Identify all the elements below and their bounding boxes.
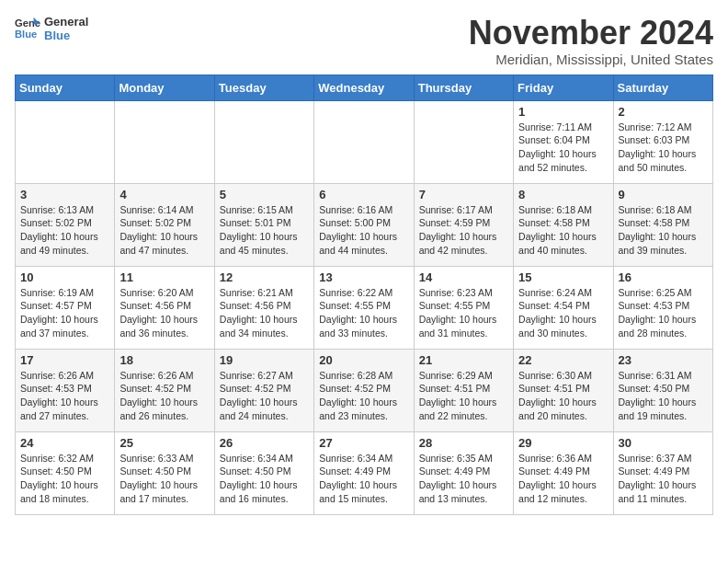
calendar-week-row: 3Sunrise: 6:13 AM Sunset: 5:02 PM Daylig…	[16, 183, 713, 266]
day-number: 21	[419, 353, 508, 367]
day-number: 25	[119, 436, 209, 450]
calendar-header-row: SundayMondayTuesdayWednesdayThursdayFrid…	[16, 75, 713, 100]
calendar-cell: 28Sunrise: 6:35 AM Sunset: 4:49 PM Dayli…	[414, 431, 513, 514]
calendar-header-tuesday: Tuesday	[214, 75, 313, 100]
day-number: 23	[619, 353, 708, 367]
day-info: Sunrise: 6:35 AM Sunset: 4:49 PM Dayligh…	[419, 452, 508, 506]
logo: General Blue General Blue	[15, 15, 88, 42]
day-info: Sunrise: 6:17 AM Sunset: 4:59 PM Dayligh…	[419, 203, 508, 258]
calendar-cell: 17Sunrise: 6:26 AM Sunset: 4:53 PM Dayli…	[16, 349, 115, 431]
calendar-cell: 6Sunrise: 6:16 AM Sunset: 5:00 PM Daylig…	[314, 183, 414, 266]
calendar-cell: 10Sunrise: 6:19 AM Sunset: 4:57 PM Dayli…	[16, 266, 115, 349]
calendar-cell: 14Sunrise: 6:23 AM Sunset: 4:55 PM Dayli…	[414, 266, 513, 349]
day-number: 7	[419, 188, 508, 201]
calendar-cell: 16Sunrise: 6:25 AM Sunset: 4:53 PM Dayli…	[613, 266, 712, 349]
calendar-cell: 29Sunrise: 6:36 AM Sunset: 4:49 PM Dayli…	[514, 431, 613, 514]
calendar-cell: 11Sunrise: 6:20 AM Sunset: 4:56 PM Dayli…	[115, 266, 214, 349]
calendar-cell: 21Sunrise: 6:29 AM Sunset: 4:51 PM Dayli…	[414, 349, 513, 431]
calendar-cell: 18Sunrise: 6:26 AM Sunset: 4:52 PM Dayli…	[115, 349, 214, 431]
day-info: Sunrise: 6:24 AM Sunset: 4:54 PM Dayligh…	[518, 286, 608, 340]
calendar-cell: 19Sunrise: 6:27 AM Sunset: 4:52 PM Dayli…	[214, 349, 313, 431]
day-number: 6	[319, 188, 408, 201]
day-number: 16	[619, 270, 708, 284]
day-number: 27	[319, 436, 408, 450]
calendar-cell: 26Sunrise: 6:34 AM Sunset: 4:50 PM Dayli…	[214, 431, 313, 514]
day-info: Sunrise: 6:18 AM Sunset: 4:58 PM Dayligh…	[518, 203, 608, 258]
calendar-header-friday: Friday	[514, 75, 613, 100]
calendar-cell	[414, 100, 513, 183]
day-info: Sunrise: 6:20 AM Sunset: 4:56 PM Dayligh…	[119, 286, 209, 340]
day-number: 14	[419, 270, 508, 284]
logo-blue-text: Blue	[44, 29, 88, 42]
calendar-table: SundayMondayTuesdayWednesdayThursdayFrid…	[15, 75, 713, 515]
day-info: Sunrise: 6:28 AM Sunset: 4:52 PM Dayligh…	[319, 369, 408, 423]
day-info: Sunrise: 6:22 AM Sunset: 4:55 PM Dayligh…	[319, 286, 408, 340]
day-number: 30	[619, 436, 708, 450]
page-header: General Blue General Blue November 2024 …	[15, 15, 713, 67]
day-info: Sunrise: 6:30 AM Sunset: 4:51 PM Dayligh…	[518, 369, 608, 423]
day-number: 24	[20, 436, 109, 450]
logo-icon: General Blue	[15, 16, 40, 41]
calendar-cell: 20Sunrise: 6:28 AM Sunset: 4:52 PM Dayli…	[314, 349, 414, 431]
day-number: 19	[220, 353, 309, 367]
calendar-week-row: 1Sunrise: 7:11 AM Sunset: 6:04 PM Daylig…	[16, 100, 713, 183]
calendar-cell: 24Sunrise: 6:32 AM Sunset: 4:50 PM Dayli…	[16, 431, 115, 514]
calendar-week-row: 24Sunrise: 6:32 AM Sunset: 4:50 PM Dayli…	[16, 431, 713, 514]
day-info: Sunrise: 6:23 AM Sunset: 4:55 PM Dayligh…	[419, 286, 508, 340]
day-info: Sunrise: 6:29 AM Sunset: 4:51 PM Dayligh…	[419, 369, 508, 423]
day-number: 28	[419, 436, 508, 450]
calendar-cell: 9Sunrise: 6:18 AM Sunset: 4:58 PM Daylig…	[613, 183, 712, 266]
calendar-cell: 23Sunrise: 6:31 AM Sunset: 4:50 PM Dayli…	[613, 349, 712, 431]
day-info: Sunrise: 6:27 AM Sunset: 4:52 PM Dayligh…	[220, 369, 309, 423]
calendar-cell: 27Sunrise: 6:34 AM Sunset: 4:49 PM Dayli…	[314, 431, 414, 514]
calendar-cell: 2Sunrise: 7:12 AM Sunset: 6:03 PM Daylig…	[613, 100, 712, 183]
calendar-cell: 1Sunrise: 7:11 AM Sunset: 6:04 PM Daylig…	[514, 100, 613, 183]
calendar-header-wednesday: Wednesday	[314, 75, 414, 100]
calendar-cell: 25Sunrise: 6:33 AM Sunset: 4:50 PM Dayli…	[115, 431, 214, 514]
calendar-cell: 5Sunrise: 6:15 AM Sunset: 5:01 PM Daylig…	[214, 183, 313, 266]
day-number: 20	[319, 353, 408, 367]
day-info: Sunrise: 6:13 AM Sunset: 5:02 PM Dayligh…	[20, 203, 109, 258]
calendar-cell: 12Sunrise: 6:21 AM Sunset: 4:56 PM Dayli…	[214, 266, 313, 349]
day-number: 22	[518, 353, 608, 367]
calendar-header-sunday: Sunday	[16, 75, 115, 100]
calendar-cell: 4Sunrise: 6:14 AM Sunset: 5:02 PM Daylig…	[115, 183, 214, 266]
calendar-cell	[214, 100, 313, 183]
day-info: Sunrise: 6:15 AM Sunset: 5:01 PM Dayligh…	[220, 203, 309, 258]
day-number: 9	[619, 188, 708, 201]
day-info: Sunrise: 6:18 AM Sunset: 4:58 PM Dayligh…	[619, 203, 708, 258]
calendar-cell	[115, 100, 214, 183]
day-number: 29	[518, 436, 608, 450]
calendar-cell: 30Sunrise: 6:37 AM Sunset: 4:49 PM Dayli…	[613, 431, 712, 514]
svg-text:Blue: Blue	[15, 29, 37, 40]
calendar-cell: 3Sunrise: 6:13 AM Sunset: 5:02 PM Daylig…	[16, 183, 115, 266]
day-info: Sunrise: 6:34 AM Sunset: 4:49 PM Dayligh…	[319, 452, 408, 506]
day-number: 12	[220, 270, 309, 284]
calendar-cell: 22Sunrise: 6:30 AM Sunset: 4:51 PM Dayli…	[514, 349, 613, 431]
month-title: November 2024	[469, 15, 713, 52]
location-subtitle: Meridian, Mississippi, United States	[469, 52, 713, 67]
day-number: 8	[518, 188, 608, 201]
calendar-cell	[16, 100, 115, 183]
calendar-header-monday: Monday	[115, 75, 214, 100]
calendar-header-thursday: Thursday	[414, 75, 513, 100]
day-info: Sunrise: 6:32 AM Sunset: 4:50 PM Dayligh…	[20, 452, 109, 506]
logo-general-text: General	[44, 15, 88, 29]
day-info: Sunrise: 7:12 AM Sunset: 6:03 PM Dayligh…	[619, 121, 708, 175]
day-info: Sunrise: 6:25 AM Sunset: 4:53 PM Dayligh…	[619, 286, 708, 340]
day-number: 26	[220, 436, 309, 450]
day-number: 17	[20, 353, 109, 367]
day-number: 1	[518, 105, 608, 119]
title-block: November 2024 Meridian, Mississippi, Uni…	[469, 15, 713, 67]
day-info: Sunrise: 6:33 AM Sunset: 4:50 PM Dayligh…	[119, 452, 209, 506]
calendar-cell: 13Sunrise: 6:22 AM Sunset: 4:55 PM Dayli…	[314, 266, 414, 349]
day-number: 2	[619, 105, 708, 119]
day-info: Sunrise: 6:34 AM Sunset: 4:50 PM Dayligh…	[220, 452, 309, 506]
day-info: Sunrise: 7:11 AM Sunset: 6:04 PM Dayligh…	[518, 121, 608, 175]
day-number: 13	[319, 270, 408, 284]
day-number: 18	[119, 353, 209, 367]
day-info: Sunrise: 6:37 AM Sunset: 4:49 PM Dayligh…	[619, 452, 708, 506]
day-number: 11	[119, 270, 209, 284]
day-info: Sunrise: 6:21 AM Sunset: 4:56 PM Dayligh…	[220, 286, 309, 340]
day-info: Sunrise: 6:36 AM Sunset: 4:49 PM Dayligh…	[518, 452, 608, 506]
